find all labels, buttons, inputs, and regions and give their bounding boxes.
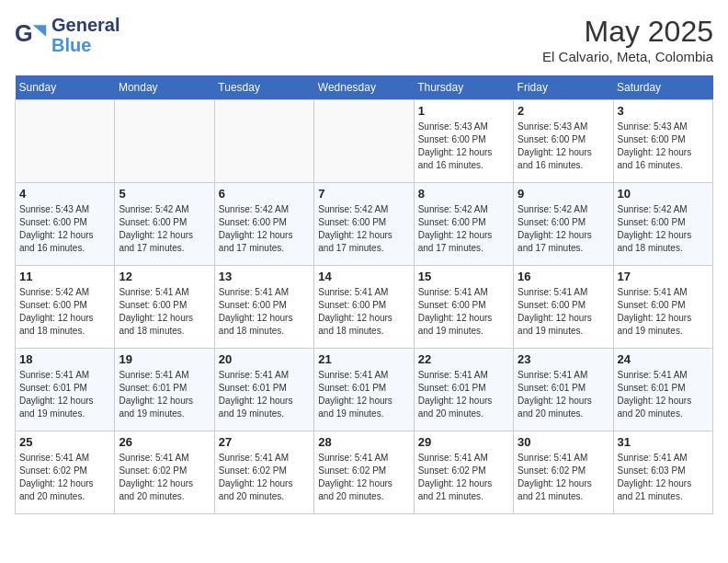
calendar-cell: 10Sunrise: 5:42 AM Sunset: 6:00 PM Dayli… [613, 183, 712, 266]
day-number: 2 [518, 104, 609, 118]
calendar-cell: 26Sunrise: 5:41 AM Sunset: 6:02 PM Dayli… [115, 431, 214, 514]
day-info: Sunrise: 5:43 AM Sunset: 6:00 PM Dayligh… [518, 121, 609, 172]
day-info: Sunrise: 5:42 AM Sunset: 6:00 PM Dayligh… [618, 203, 709, 255]
day-info: Sunrise: 5:41 AM Sunset: 6:02 PM Dayligh… [219, 452, 310, 503]
day-number: 13 [219, 270, 310, 283]
calendar-cell [214, 100, 313, 183]
day-number: 3 [618, 104, 709, 118]
day-number: 21 [318, 352, 409, 366]
calendar-cell [16, 100, 115, 183]
day-info: Sunrise: 5:41 AM Sunset: 6:01 PM Dayligh… [219, 369, 310, 420]
day-info: Sunrise: 5:41 AM Sunset: 6:02 PM Dayligh… [318, 452, 409, 503]
day-number: 5 [119, 187, 210, 201]
calendar-cell: 1Sunrise: 5:43 AM Sunset: 6:00 PM Daylig… [414, 100, 513, 183]
day-info: Sunrise: 5:41 AM Sunset: 6:00 PM Dayligh… [119, 286, 210, 338]
day-info: Sunrise: 5:43 AM Sunset: 6:00 PM Dayligh… [19, 203, 110, 255]
day-info: Sunrise: 5:41 AM Sunset: 6:00 PM Dayligh… [318, 286, 409, 338]
day-number: 4 [19, 187, 110, 201]
logo-icon: G [15, 18, 48, 52]
day-number: 28 [318, 435, 409, 449]
calendar-cell: 12Sunrise: 5:41 AM Sunset: 6:00 PM Dayli… [115, 266, 214, 349]
logo: G General Blue [15, 15, 119, 55]
day-number: 17 [618, 270, 709, 283]
day-info: Sunrise: 5:41 AM Sunset: 6:00 PM Dayligh… [418, 286, 509, 338]
day-info: Sunrise: 5:41 AM Sunset: 6:01 PM Dayligh… [618, 369, 709, 420]
calendar-cell: 27Sunrise: 5:41 AM Sunset: 6:02 PM Dayli… [214, 431, 313, 514]
calendar-cell: 19Sunrise: 5:41 AM Sunset: 6:01 PM Dayli… [115, 349, 214, 431]
day-number: 29 [418, 435, 509, 449]
day-info: Sunrise: 5:41 AM Sunset: 6:02 PM Dayligh… [19, 452, 110, 503]
day-of-week-header: Saturday [613, 75, 712, 100]
day-info: Sunrise: 5:42 AM Sunset: 6:00 PM Dayligh… [518, 203, 609, 255]
day-of-week-header: Tuesday [214, 75, 313, 100]
day-info: Sunrise: 5:41 AM Sunset: 6:00 PM Dayligh… [219, 286, 310, 338]
page-header: G General Blue May 2025 El Calvario, Met… [15, 15, 713, 64]
calendar-cell: 31Sunrise: 5:41 AM Sunset: 6:03 PM Dayli… [613, 431, 712, 514]
day-number: 1 [418, 104, 509, 118]
calendar-cell: 20Sunrise: 5:41 AM Sunset: 6:01 PM Dayli… [214, 349, 313, 431]
day-number: 10 [618, 187, 709, 201]
calendar-cell: 28Sunrise: 5:41 AM Sunset: 6:02 PM Dayli… [314, 431, 414, 514]
calendar-cell: 9Sunrise: 5:42 AM Sunset: 6:00 PM Daylig… [514, 183, 613, 266]
day-of-week-header: Monday [115, 75, 214, 100]
day-number: 30 [518, 435, 609, 449]
calendar-cell: 14Sunrise: 5:41 AM Sunset: 6:00 PM Dayli… [314, 266, 414, 349]
day-of-week-header: Friday [514, 75, 613, 100]
calendar-cell: 13Sunrise: 5:41 AM Sunset: 6:00 PM Dayli… [214, 266, 313, 349]
calendar-cell: 6Sunrise: 5:42 AM Sunset: 6:00 PM Daylig… [214, 183, 313, 266]
day-number: 24 [618, 352, 709, 366]
calendar-cell: 18Sunrise: 5:41 AM Sunset: 6:01 PM Dayli… [16, 349, 115, 431]
day-info: Sunrise: 5:41 AM Sunset: 6:03 PM Dayligh… [618, 452, 709, 503]
calendar-cell: 17Sunrise: 5:41 AM Sunset: 6:00 PM Dayli… [613, 266, 712, 349]
calendar-header-row: SundayMondayTuesdayWednesdayThursdayFrid… [16, 75, 713, 100]
calendar-cell: 25Sunrise: 5:41 AM Sunset: 6:02 PM Dayli… [16, 431, 115, 514]
day-number: 22 [418, 352, 509, 366]
day-of-week-header: Wednesday [314, 75, 414, 100]
day-info: Sunrise: 5:41 AM Sunset: 6:00 PM Dayligh… [518, 286, 609, 338]
day-number: 6 [219, 187, 310, 201]
day-number: 16 [518, 270, 609, 283]
day-number: 9 [518, 187, 609, 201]
day-info: Sunrise: 5:41 AM Sunset: 6:01 PM Dayligh… [119, 369, 210, 420]
day-info: Sunrise: 5:42 AM Sunset: 6:00 PM Dayligh… [119, 203, 210, 255]
title-block: May 2025 El Calvario, Meta, Colombia [542, 15, 713, 64]
day-info: Sunrise: 5:41 AM Sunset: 6:00 PM Dayligh… [618, 286, 709, 338]
day-info: Sunrise: 5:42 AM Sunset: 6:00 PM Dayligh… [418, 203, 509, 255]
day-info: Sunrise: 5:42 AM Sunset: 6:00 PM Dayligh… [19, 286, 110, 338]
day-of-week-header: Thursday [414, 75, 513, 100]
day-number: 18 [19, 352, 110, 366]
day-info: Sunrise: 5:42 AM Sunset: 6:00 PM Dayligh… [219, 203, 310, 255]
day-number: 11 [19, 270, 110, 283]
calendar-cell: 24Sunrise: 5:41 AM Sunset: 6:01 PM Dayli… [613, 349, 712, 431]
day-of-week-header: Sunday [16, 75, 115, 100]
calendar-cell: 4Sunrise: 5:43 AM Sunset: 6:00 PM Daylig… [16, 183, 115, 266]
svg-marker-1 [33, 25, 46, 37]
day-info: Sunrise: 5:41 AM Sunset: 6:02 PM Dayligh… [119, 452, 210, 503]
calendar-cell: 2Sunrise: 5:43 AM Sunset: 6:00 PM Daylig… [514, 100, 613, 183]
day-number: 23 [518, 352, 609, 366]
day-info: Sunrise: 5:41 AM Sunset: 6:02 PM Dayligh… [418, 452, 509, 503]
calendar-cell: 29Sunrise: 5:41 AM Sunset: 6:02 PM Dayli… [414, 431, 513, 514]
calendar-cell [115, 100, 214, 183]
calendar-cell: 3Sunrise: 5:43 AM Sunset: 6:00 PM Daylig… [613, 100, 712, 183]
day-info: Sunrise: 5:41 AM Sunset: 6:01 PM Dayligh… [518, 369, 609, 420]
day-info: Sunrise: 5:43 AM Sunset: 6:00 PM Dayligh… [418, 121, 509, 172]
day-number: 31 [618, 435, 709, 449]
month-title: May 2025 [542, 15, 713, 49]
calendar-cell: 30Sunrise: 5:41 AM Sunset: 6:02 PM Dayli… [514, 431, 613, 514]
calendar-week-row: 18Sunrise: 5:41 AM Sunset: 6:01 PM Dayli… [16, 349, 713, 431]
calendar-cell: 5Sunrise: 5:42 AM Sunset: 6:00 PM Daylig… [115, 183, 214, 266]
calendar-cell: 7Sunrise: 5:42 AM Sunset: 6:00 PM Daylig… [314, 183, 414, 266]
calendar-cell: 22Sunrise: 5:41 AM Sunset: 6:01 PM Dayli… [414, 349, 513, 431]
location: El Calvario, Meta, Colombia [542, 49, 713, 64]
day-number: 12 [119, 270, 210, 283]
day-number: 26 [119, 435, 210, 449]
calendar-cell: 16Sunrise: 5:41 AM Sunset: 6:00 PM Dayli… [514, 266, 613, 349]
day-info: Sunrise: 5:41 AM Sunset: 6:01 PM Dayligh… [418, 369, 509, 420]
day-info: Sunrise: 5:43 AM Sunset: 6:00 PM Dayligh… [618, 121, 709, 172]
calendar-week-row: 25Sunrise: 5:41 AM Sunset: 6:02 PM Dayli… [16, 431, 713, 514]
day-info: Sunrise: 5:41 AM Sunset: 6:01 PM Dayligh… [19, 369, 110, 420]
calendar-week-row: 1Sunrise: 5:43 AM Sunset: 6:00 PM Daylig… [16, 100, 713, 183]
svg-text:G: G [15, 20, 33, 46]
calendar-cell [314, 100, 414, 183]
